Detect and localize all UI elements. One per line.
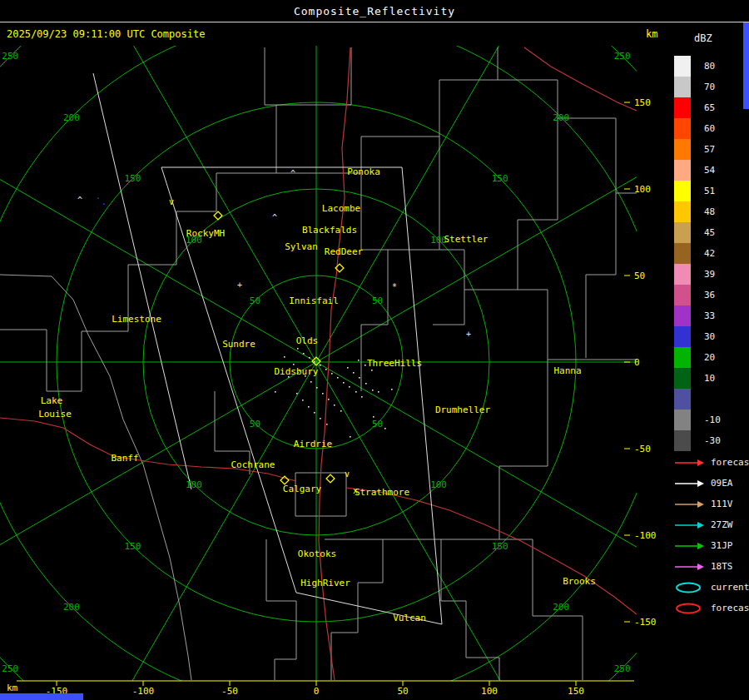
horizontal-scrollbar[interactable] — [0, 693, 83, 700]
bottom-axis: -150-100-50050100150 — [17, 681, 634, 697]
map-glyph-marker: ^ — [77, 196, 82, 205]
dbz-color-swatch — [674, 326, 691, 347]
place-label-drumheller: Drumheller — [435, 405, 491, 415]
dbz-color-swatch — [674, 305, 691, 326]
ring-distance-label: 200 — [63, 602, 80, 613]
right-axis-tick-label: 50 — [634, 271, 645, 281]
symbol-legend: forecast09EA111V27ZW31JP18TScurrentforec… — [674, 452, 749, 618]
echo-dot — [296, 393, 298, 395]
place-label-innisfail: Innisfail — [289, 295, 339, 306]
place-label-threehills: ThreeHills — [367, 358, 422, 369]
echo-dot — [340, 410, 342, 412]
forecast-ellipse-icon — [674, 603, 706, 614]
ring-distance-label: 100 — [186, 479, 202, 490]
echo-dot — [310, 381, 312, 383]
dbz-color-swatch — [674, 139, 691, 160]
dbz-color-swatch — [674, 118, 691, 139]
ring-distance-label: 250 — [614, 51, 631, 62]
echo-dot — [350, 436, 351, 438]
place-label-highriver: HighRiver — [300, 578, 350, 588]
ring-distance-label: 150 — [124, 541, 141, 552]
dbz-color-swatch — [674, 160, 691, 181]
dbz-color-swatch — [674, 285, 691, 305]
legend-symbol-row: forecast — [674, 452, 749, 473]
bottom-axis-tick-label: -50 — [221, 686, 238, 697]
dbz-value-label: 80 — [704, 56, 715, 77]
dbz-value-label: 36 — [704, 285, 715, 305]
dbz-scale-entry: 42 — [674, 243, 721, 264]
echo-dot — [343, 382, 345, 384]
echo-dot — [337, 377, 339, 379]
legend-symbol-row: forecast — [674, 598, 749, 618]
right-axis-tick-label: 150 — [634, 97, 651, 108]
radar-map-view[interactable]: 5050505010010010010015015015015020020020… — [0, 0, 671, 700]
dbz-scale-entry: 57 — [674, 139, 721, 160]
place-label-limestone: Limestone — [112, 314, 161, 325]
echo-dot — [378, 391, 379, 393]
echo-dot — [358, 360, 360, 361]
ring-distance-label: 150 — [492, 173, 508, 184]
echo-dot — [309, 357, 310, 359]
dbz-scale-entry: -10 — [674, 410, 721, 430]
bottom-axis-tick-label: -100 — [132, 686, 155, 697]
echo-dot — [308, 406, 310, 408]
dbz-value-label: 54 — [704, 160, 715, 181]
dbz-scale-entry: 33 — [674, 305, 721, 326]
legend-panel: dBZ 80706560575451484542393633302010-10-… — [671, 22, 749, 693]
legend-symbol-row: 09EA — [674, 473, 749, 494]
legend-symbol-label: 18TS — [711, 561, 733, 572]
dbz-scale-entry: 48 — [674, 201, 721, 222]
vertical-scrollbar[interactable] — [743, 22, 749, 109]
map-glyph-marker: * — [392, 282, 397, 291]
dbz-value-label: 45 — [704, 222, 715, 243]
place-label-reddeer: RedDeer — [325, 246, 364, 257]
place-label-brooks: Brooks — [563, 576, 596, 587]
place-label-sundre: Sundre — [222, 339, 255, 350]
forecast-arrow-icon — [674, 457, 706, 469]
dbz-color-swatch — [674, 201, 691, 222]
radar-site-diamond-icon — [214, 211, 222, 220]
bottom-axis-tick-label: 100 — [481, 686, 498, 697]
echo-dot — [322, 393, 324, 395]
dbz-color-swatch — [674, 264, 691, 285]
right-axis-tick-label: 0 — [634, 357, 640, 368]
dbz-value-label: 20 — [704, 347, 715, 368]
echo-dot — [303, 353, 305, 355]
dbz-unit-label: dBZ — [694, 32, 712, 44]
dbz-value-label: 39 — [704, 264, 715, 285]
echo-dot — [302, 400, 304, 401]
dbz-scale-entry: -30 — [674, 430, 721, 451]
31jp-arrow-icon — [674, 540, 706, 552]
echo-dot — [314, 412, 315, 414]
echo-dot — [293, 364, 295, 365]
radar-site-diamond-icon — [326, 474, 335, 483]
dbz-scale-entry — [674, 389, 721, 410]
echo-dot — [384, 428, 386, 429]
dbz-scale-entry: 70 — [674, 77, 721, 97]
right-axis-tick-label: -50 — [634, 444, 651, 454]
map-glyph-marker: v — [169, 197, 174, 206]
dbz-value-label: 48 — [704, 201, 715, 222]
dbz-color-swatch — [674, 243, 691, 264]
coverage-outline — [93, 73, 442, 624]
place-label-louise: Louise — [38, 409, 72, 420]
place-label-rockymh: RockyMH — [186, 228, 225, 239]
echo-dot — [353, 372, 355, 374]
dbz-scale-entry: 10 — [674, 368, 721, 389]
echo-dot — [320, 418, 321, 420]
right-axis: 150100500-50-100-150 — [624, 97, 657, 628]
echo-dot — [347, 367, 349, 369]
legend-symbol-label: forecast — [711, 457, 749, 468]
echo-dot — [334, 405, 335, 406]
dbz-colorbar: 80706560575451484542393633302010-10-30 — [674, 56, 721, 451]
dbz-value-label: 30 — [704, 326, 715, 347]
current-ellipse-icon — [674, 582, 706, 593]
ring-distance-label: 50 — [250, 295, 260, 306]
dbz-color-swatch — [674, 389, 691, 410]
echo-dot — [349, 386, 350, 388]
ring-distance-label: 50 — [372, 295, 383, 306]
echo-dot — [365, 365, 366, 366]
ring-distance-label: 100 — [430, 479, 447, 490]
dbz-value-label: -30 — [704, 430, 721, 451]
bottom-axis-tick-label: 0 — [314, 686, 320, 697]
